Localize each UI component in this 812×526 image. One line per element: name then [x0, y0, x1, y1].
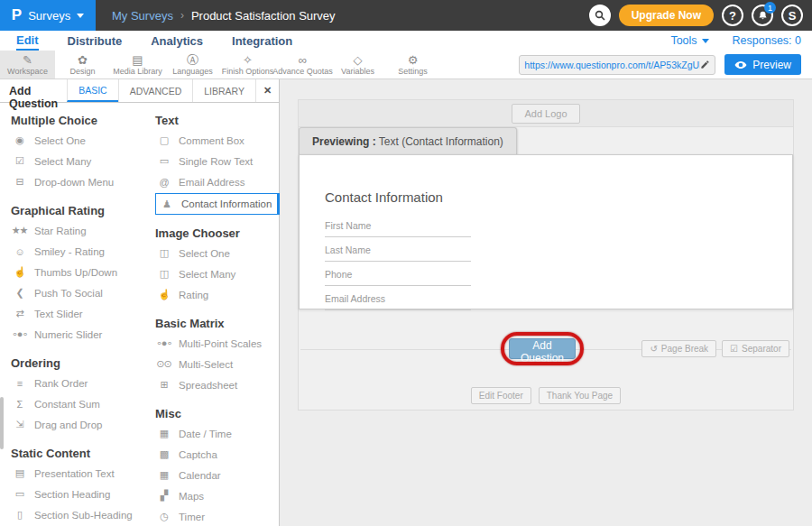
close-icon[interactable]: ✕ [255, 79, 279, 102]
page-break-button[interactable]: ↺ Page Break [641, 340, 716, 357]
tab-integration[interactable]: Integration [232, 32, 292, 50]
add-question-button[interactable]: Add Question [509, 338, 576, 359]
add-logo-button[interactable]: Add Logo [512, 104, 579, 124]
help-button[interactable]: ? [722, 5, 743, 26]
first-name-field[interactable]: First Name [325, 217, 471, 237]
breadcrumb-my-surveys[interactable]: My Surveys [112, 9, 173, 23]
question-preview-card: Contact Information First Name Last Name… [299, 154, 793, 309]
question-mark-icon: ? [729, 9, 736, 23]
question-type-multi-point-scales[interactable]: ∘●∘ Multi-Point Scales [155, 333, 280, 354]
panel-scrollbar[interactable] [0, 397, 4, 449]
question-type-captcha[interactable]: ▩ Captcha [155, 444, 280, 465]
stopwatch-icon: ◷ [155, 511, 172, 522]
breadcrumb-separator: › [180, 9, 184, 22]
thank-you-page-button[interactable]: Thank You Page [539, 387, 621, 404]
search-button[interactable] [589, 5, 611, 26]
heading-icon: ▭ [11, 488, 28, 500]
question-type-numeric-slider[interactable]: ∘●∘ Numeric Slider [11, 324, 144, 345]
gear-icon: ⚙ [408, 54, 419, 66]
notifications-button[interactable]: 1 [752, 5, 773, 26]
tab-edit[interactable]: Edit [16, 32, 39, 51]
map-icon: ▞ [155, 490, 172, 502]
question-type-section-sub-heading[interactable]: ▯ Section Sub-Heading [11, 504, 144, 525]
ordered-list-icon: ≡ [11, 378, 28, 389]
last-name-field[interactable]: Last Name [325, 241, 471, 262]
question-type-smiley-rating[interactable]: ☺ Smiley - Rating [11, 241, 144, 262]
thumb-flag-icon: ☝ [155, 289, 172, 300]
panel-title: Add Question [0, 79, 67, 102]
captcha-icon: ▩ [155, 448, 172, 460]
pencil-icon[interactable] [700, 60, 710, 69]
calendar-icon: ▦ [155, 469, 172, 481]
tab-analytics[interactable]: Analytics [151, 32, 203, 50]
toolbar-advance-quotas[interactable]: ∞ Advance Quotas [275, 51, 330, 78]
edit-footer-button[interactable]: Edit Footer [471, 387, 531, 404]
tools-dropdown[interactable]: Tools [670, 34, 708, 47]
question-type-contact-information[interactable]: ♟ Contact Information + [155, 193, 278, 215]
edit-toolbar: ✎ Workspace ✿ Design ▤ Media Library Ⓐ L… [0, 51, 812, 79]
tab-library[interactable]: LIBRARY [192, 79, 255, 102]
toolbar-finish-options[interactable]: ✧ Finish Options [220, 51, 275, 78]
question-type-section-heading[interactable]: ▭ Section Heading [11, 484, 144, 504]
toolbar-workspace[interactable]: ✎ Workspace [0, 51, 55, 78]
tab-distribute[interactable]: Distribute [68, 32, 123, 50]
stars-icon: ★★ [11, 225, 28, 236]
toolbar-design[interactable]: ✿ Design [55, 51, 110, 78]
question-type-image-select-many[interactable]: ◫ Select Many [155, 263, 280, 284]
question-type-rank-order[interactable]: ≡ Rank Order [11, 373, 144, 393]
toolbar-media-library[interactable]: ▤ Media Library [110, 51, 165, 78]
question-type-select-many[interactable]: ☑ Select Many [11, 151, 144, 171]
upgrade-now-button[interactable]: Upgrade Now [619, 5, 714, 26]
question-type-thumbs-up-down[interactable]: ☝ Thumbs Up/Down [11, 262, 144, 282]
question-type-comment-box[interactable]: ▢ Comment Box [155, 130, 280, 151]
app-menu[interactable]: P Surveys [0, 0, 96, 31]
survey-url-input[interactable] [524, 60, 700, 70]
toolbar-settings[interactable]: ⚙ Settings [385, 51, 440, 78]
question-type-single-row-text[interactable]: ▭ Single Row Text [155, 151, 280, 171]
question-type-timer[interactable]: ◷ Timer [155, 506, 280, 526]
section-multiple-choice: Multiple Choice ◉ Select One ☑ Select Ma… [11, 114, 144, 192]
question-type-select-one[interactable]: ◉ Select One [11, 130, 144, 151]
question-type-calendar[interactable]: ▦ Calendar [155, 465, 280, 485]
question-type-push-to-social[interactable]: ❮ Push To Social [11, 282, 144, 303]
preview-button[interactable]: Preview [724, 54, 801, 75]
question-type-email-address[interactable]: @ Email Address [155, 171, 280, 192]
question-type-star-rating[interactable]: ★★ Star Rating [11, 220, 144, 241]
scale-dots-icon: ∘●∘ [155, 337, 172, 349]
page-title: Product Satisfaction Survey [191, 9, 336, 23]
question-type-multi-select[interactable]: ⊙⊙ Multi-Select [155, 354, 280, 374]
survey-page: Add Logo Previewing : Text (Contact Info… [298, 99, 794, 411]
question-type-maps[interactable]: ▞ Maps [155, 485, 280, 506]
question-type-presentation-text[interactable]: ▤ Presentation Text [11, 463, 144, 484]
chevron-down-icon [77, 14, 84, 18]
question-type-date-time[interactable]: ▦ Date / Time [155, 423, 280, 444]
toolbar-variables[interactable]: ◇ Variables [330, 51, 385, 78]
tab-basic[interactable]: BASIC [67, 79, 118, 102]
drag-cursor-icon: ⇲ [11, 419, 28, 430]
tab-advanced[interactable]: ADVANCED [118, 79, 193, 102]
survey-url-field[interactable] [519, 55, 715, 75]
form-title: Contact Information [325, 189, 443, 205]
surveys-menu-label: Surveys [28, 9, 70, 23]
responses-count[interactable]: Responses: 0 [733, 34, 801, 47]
question-type-image-select-one[interactable]: ◫ Select One [155, 243, 280, 263]
breadcrumb: My Surveys › Product Satisfaction Survey [112, 9, 336, 23]
page-break-icon: ↺ [650, 344, 657, 354]
question-type-text-slider[interactable]: ⇄ Text Slider [11, 303, 144, 324]
email-address-field[interactable]: Email Address [325, 290, 471, 310]
account-button[interactable]: S [781, 5, 803, 26]
question-type-dropdown-menu[interactable]: ⊟ Drop-down Menu [11, 171, 144, 192]
subheading-icon: ▯ [11, 509, 28, 521]
phone-field[interactable]: Phone [325, 265, 471, 286]
calendar-clock-icon: ▦ [155, 428, 172, 439]
question-type-image-rating[interactable]: ☝ Rating [155, 284, 280, 305]
question-type-drag-and-drop[interactable]: ⇲ Drag and Drop [11, 414, 144, 435]
toolbar-languages[interactable]: Ⓐ Languages [165, 51, 220, 78]
image-pair-icon: ◫ [155, 268, 172, 280]
question-type-constant-sum[interactable]: Σ Constant Sum [11, 393, 144, 414]
survey-canvas: Add Logo Previewing : Text (Contact Info… [280, 79, 812, 526]
workspace-icon: ✎ [23, 54, 32, 66]
separator-button[interactable]: ☑ Separator [722, 340, 789, 357]
add-question-panel: Add Question BASIC ADVANCED LIBRARY ✕ Mu… [0, 79, 280, 526]
question-type-spreadsheet[interactable]: ⊞ Spreadsheet [155, 374, 280, 395]
